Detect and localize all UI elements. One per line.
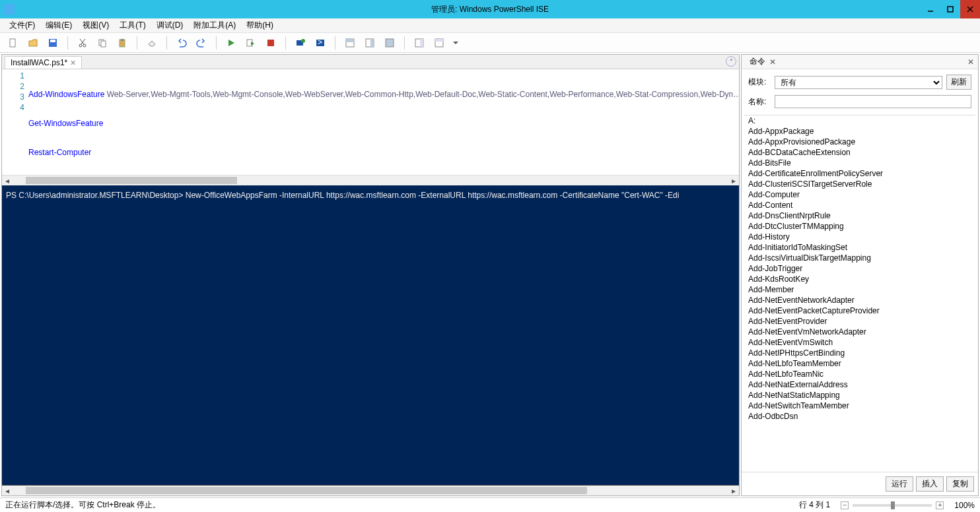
scroll-left-icon[interactable]: ◂	[2, 486, 13, 496]
insert-button[interactable]: 插入	[916, 476, 944, 492]
command-list-item[interactable]: A:	[744, 115, 975, 126]
command-list[interactable]: A:Add-AppxPackageAdd-AppxProvisionedPack…	[744, 115, 975, 472]
name-filter-input[interactable]	[775, 95, 971, 108]
module-select[interactable]: 所有	[775, 76, 942, 89]
command-list-item[interactable]: Add-JobTrigger	[744, 263, 975, 274]
toolbar-dropdown-icon[interactable]	[453, 42, 458, 44]
zoom-slider[interactable]	[853, 504, 932, 507]
command-list-item[interactable]: Add-DtcClusterTMMapping	[744, 221, 975, 232]
command-list-item[interactable]: Add-ClusteriSCSITargetServerRole	[744, 179, 975, 189]
command-list-item[interactable]: Add-BCDataCacheExtension	[744, 147, 975, 158]
refresh-button[interactable]: 刷新	[946, 75, 971, 90]
menu-help[interactable]: 帮助(H)	[242, 18, 277, 32]
close-icon[interactable]: ✕	[967, 57, 974, 67]
scroll-right-icon[interactable]: ▸	[728, 486, 739, 496]
command-list-item[interactable]: Add-IscsiVirtualDiskTargetMapping	[744, 253, 975, 263]
collapse-script-pane-icon[interactable]: ˄	[726, 56, 736, 67]
command-addon-pane: 命令 ✕ ✕ 模块: 所有 刷新 名称: A:Add-AppxPackageAd…	[741, 54, 979, 496]
menu-view[interactable]: 视图(V)	[79, 18, 113, 32]
close-icon[interactable]: ✕	[769, 57, 776, 67]
show-command-addon-icon[interactable]	[433, 36, 446, 49]
menu-tools[interactable]: 工具(T)	[116, 18, 149, 32]
show-command-window-icon[interactable]	[413, 36, 426, 49]
command-list-item[interactable]: Add-Computer	[744, 189, 975, 200]
menu-edit[interactable]: 编辑(E)	[42, 18, 76, 32]
command-list-item[interactable]: Add-NetEventNetworkAdapter	[744, 295, 975, 305]
line-number: 2	[2, 81, 24, 92]
script-editor[interactable]: 1 2 3 4 Add-WindowsFeature Web-Server,We…	[2, 69, 739, 175]
command-list-item[interactable]: Add-NetLbfoTeamNic	[744, 369, 975, 379]
line-number: 1	[2, 71, 24, 81]
svg-rect-29	[435, 39, 443, 42]
redo-icon[interactable]	[195, 36, 208, 49]
start-powershell-icon[interactable]: >_	[314, 36, 327, 49]
command-list-item[interactable]: Add-NetEventVmSwitch	[744, 337, 975, 348]
command-list-item[interactable]: Add-AppxProvisionedPackage	[744, 137, 975, 147]
command-list-item[interactable]: Add-NetEventProvider	[744, 316, 975, 327]
copy-icon[interactable]	[96, 36, 109, 49]
show-script-pane-max-icon[interactable]	[383, 36, 396, 49]
menu-file[interactable]: 文件(F)	[5, 18, 39, 32]
new-script-icon[interactable]	[7, 36, 20, 49]
minimize-button[interactable]	[921, 0, 940, 18]
svg-text:>_: >_	[318, 38, 326, 47]
run-script-icon[interactable]	[225, 36, 238, 49]
command-list-item[interactable]: Add-CertificateEnrollmentPolicyServer	[744, 168, 975, 179]
command-list-item[interactable]: Add-OdbcDsn	[744, 411, 975, 422]
toolbar-separator	[404, 36, 405, 49]
command-list-item[interactable]: Add-BitsFile	[744, 158, 975, 168]
open-icon[interactable]	[26, 36, 40, 49]
code-area[interactable]: Add-WindowsFeature Web-Server,Web-Mgmt-T…	[28, 69, 739, 175]
command-list-item[interactable]: Add-DnsClientNrptRule	[744, 210, 975, 221]
cut-icon[interactable]	[76, 36, 89, 49]
run-selection-icon[interactable]	[244, 36, 258, 49]
scroll-thumb[interactable]	[26, 487, 587, 494]
command-list-item[interactable]: Add-Member	[744, 284, 975, 295]
command-list-item[interactable]: Add-NetEventPacketCaptureProvider	[744, 305, 975, 316]
console-pane[interactable]: PS C:\Users\administrator.MSFTLEARN\Desk…	[2, 185, 739, 485]
command-list-item[interactable]: Add-History	[744, 232, 975, 242]
cursor-position: 行 4 列 1	[799, 499, 830, 511]
command-addon-title: 命令	[746, 55, 769, 69]
command-list-item[interactable]: Add-NetLbfoTeamMember	[744, 358, 975, 369]
scroll-right-icon[interactable]: ▸	[728, 176, 739, 185]
paste-icon[interactable]	[116, 36, 129, 49]
menu-addons[interactable]: 附加工具(A)	[190, 18, 240, 32]
editor-horizontal-scrollbar[interactable]: ◂ ▸	[2, 175, 739, 185]
svg-rect-25	[386, 39, 394, 47]
scroll-thumb[interactable]	[26, 177, 237, 184]
zoom-in-icon[interactable]: +	[936, 501, 944, 509]
stop-icon[interactable]	[264, 36, 277, 49]
zoom-thumb[interactable]	[891, 501, 895, 509]
close-icon[interactable]: ✕	[70, 59, 76, 67]
copy-button[interactable]: 复制	[946, 476, 974, 492]
script-tab-strip: InstallWAC.ps1* ✕ ˄	[2, 55, 739, 69]
clear-icon[interactable]	[145, 36, 158, 49]
zoom-out-icon[interactable]: −	[841, 501, 849, 509]
scroll-left-icon[interactable]: ◂	[2, 176, 13, 185]
maximize-button[interactable]	[940, 0, 960, 18]
command-list-item[interactable]: Add-NetSwitchTeamMember	[744, 400, 975, 411]
show-script-pane-top-icon[interactable]	[343, 36, 357, 49]
undo-icon[interactable]	[175, 36, 188, 49]
show-script-pane-right-icon[interactable]	[363, 36, 376, 49]
window-title: 管理员: Windows PowerShell ISE	[431, 4, 549, 15]
save-icon[interactable]	[46, 36, 59, 49]
svg-point-7	[79, 44, 82, 47]
script-tab[interactable]: InstallWAC.ps1* ✕	[5, 56, 82, 69]
command-list-item[interactable]: Add-NetNatStaticMapping	[744, 390, 975, 400]
close-button[interactable]	[960, 0, 980, 18]
menu-debug[interactable]: 调试(D)	[153, 18, 188, 32]
command-list-item[interactable]: Add-NetIPHttpsCertBinding	[744, 348, 975, 358]
command-list-item[interactable]: Add-NetEventVmNetworkAdapter	[744, 327, 975, 337]
command-list-item[interactable]: Add-InitiatorIdToMaskingSet	[744, 242, 975, 253]
command-list-item[interactable]: Add-Content	[744, 200, 975, 210]
new-remote-tab-icon[interactable]	[294, 36, 307, 49]
command-list-item[interactable]: Add-KdsRootKey	[744, 274, 975, 284]
command-list-item[interactable]: Add-NetNatExternalAddress	[744, 379, 975, 390]
run-button[interactable]: 运行	[886, 476, 913, 492]
command-list-item[interactable]: Add-AppxPackage	[744, 126, 975, 137]
status-bar: 正在运行脚本/选择。可按 Ctrl+Break 停止。 行 4 列 1 − + …	[0, 497, 980, 512]
console-horizontal-scrollbar[interactable]: ◂ ▸	[2, 485, 739, 496]
toolbar-separator	[285, 36, 286, 49]
